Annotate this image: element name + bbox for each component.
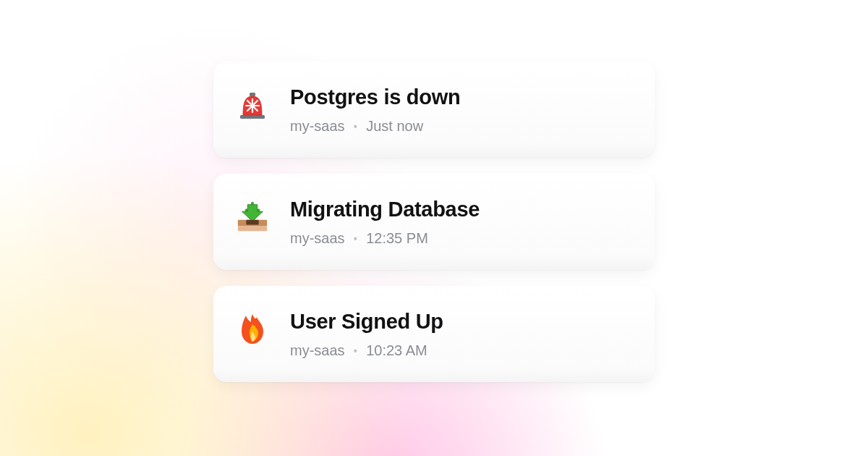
- notification-card[interactable]: Postgres is down my-saas • Just now: [213, 62, 655, 158]
- notification-body: Postgres is down my-saas • Just now: [290, 85, 633, 135]
- notification-card[interactable]: User Signed Up my-saas • 10:23 AM: [213, 286, 655, 382]
- notification-project: my-saas: [290, 230, 345, 247]
- notification-meta: my-saas • Just now: [290, 118, 633, 135]
- svg-rect-7: [238, 226, 267, 231]
- notification-time: Just now: [366, 118, 423, 135]
- notification-title: Migrating Database: [290, 198, 633, 221]
- svg-rect-5: [250, 93, 255, 96]
- notification-card[interactable]: Migrating Database my-saas • 12:35 PM: [213, 174, 655, 270]
- download-tray-icon: [235, 199, 270, 234]
- notification-body: User Signed Up my-saas • 10:23 AM: [290, 310, 633, 359]
- notification-project: my-saas: [290, 118, 345, 135]
- notification-meta: my-saas • 10:23 AM: [290, 342, 633, 359]
- siren-icon: [235, 87, 270, 122]
- notification-title: Postgres is down: [290, 85, 633, 109]
- svg-rect-8: [246, 220, 258, 225]
- meta-separator: •: [354, 120, 358, 133]
- notification-time: 10:23 AM: [366, 342, 427, 359]
- notification-time: 12:35 PM: [366, 230, 428, 247]
- meta-separator: •: [354, 345, 358, 358]
- notification-title: User Signed Up: [290, 310, 633, 334]
- svg-rect-0: [240, 115, 265, 119]
- notification-meta: my-saas • 12:35 PM: [290, 230, 633, 247]
- meta-separator: •: [354, 232, 358, 245]
- fire-icon: [235, 311, 270, 346]
- notification-body: Migrating Database my-saas • 12:35 PM: [290, 198, 633, 247]
- notification-feed: Postgres is down my-saas • Just now Migr…: [213, 62, 655, 382]
- notification-project: my-saas: [290, 342, 345, 359]
